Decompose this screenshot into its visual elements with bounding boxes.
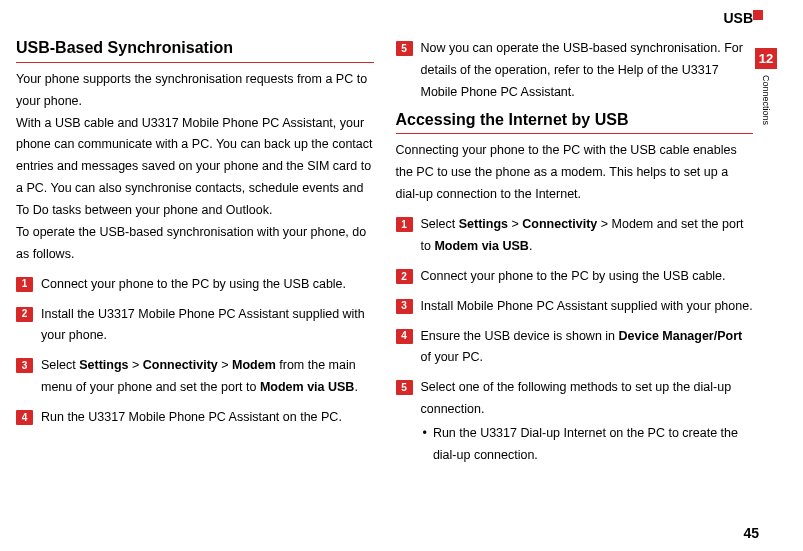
- step-number-badge: 5: [396, 380, 413, 395]
- step-item: 5 Now you can operate the USB-based sync…: [396, 38, 754, 104]
- step-number-badge: 2: [396, 269, 413, 284]
- step-item: 1 Connect your phone to the PC by using …: [16, 274, 374, 296]
- running-head: USB: [723, 10, 753, 26]
- step-text: Ensure the USB device is shown in Device…: [421, 326, 754, 370]
- step-item: 4 Ensure the USB device is shown in Devi…: [396, 326, 754, 370]
- body-text: To operate the USB-based synchronisation…: [16, 222, 374, 266]
- step-number-badge: 1: [396, 217, 413, 232]
- chapter-label: Connections: [761, 69, 771, 125]
- ui-path-bold: Connectivity: [143, 358, 218, 372]
- body-text: With a USB cable and U3317 Mobile Phone …: [16, 113, 374, 222]
- body-text: Your phone supports the synchronisation …: [16, 69, 374, 113]
- step-text: Connect your phone to the PC by using th…: [421, 266, 754, 288]
- text-run: Ensure the USB device is shown in: [421, 329, 619, 343]
- bullet-icon: •: [423, 423, 427, 467]
- step-item: 2 Install the U3317 Mobile Phone PC Assi…: [16, 304, 374, 348]
- section-title-internet: Accessing the Internet by USB: [396, 110, 754, 135]
- text-run: of your PC.: [421, 350, 484, 364]
- step-item: 3 Select Settings > Connectivity > Modem…: [16, 355, 374, 399]
- step-text: Select Settings > Connectivity > Modem f…: [41, 355, 374, 399]
- text-run: Select: [421, 217, 459, 231]
- sub-bullet-text: Run the U3317 Dial-up Internet on the PC…: [433, 423, 753, 467]
- content-columns: USB-Based Synchronisation Your phone sup…: [16, 38, 753, 467]
- step-item: 5 Select one of the following methods to…: [396, 377, 754, 467]
- body-text: Connecting your phone to the PC with the…: [396, 140, 754, 206]
- manual-page: USB 12 Connections USB-Based Synchronisa…: [0, 0, 803, 551]
- step-number-badge: 5: [396, 41, 413, 56]
- ui-path-bold: Modem via USB: [434, 239, 528, 253]
- step-number-badge: 4: [396, 329, 413, 344]
- text-run: >: [129, 358, 143, 372]
- chapter-number: 12: [755, 48, 777, 69]
- text-run: >: [218, 358, 232, 372]
- ui-path-bold: Modem via USB: [260, 380, 354, 394]
- ui-path-bold: Settings: [79, 358, 128, 372]
- header-accent-square: [753, 10, 763, 20]
- step-item: 1 Select Settings > Connectivity > Modem…: [396, 214, 754, 258]
- text-run: >: [508, 217, 522, 231]
- page-number: 45: [743, 525, 759, 541]
- step-number-badge: 4: [16, 410, 33, 425]
- step-text: Install the U3317 Mobile Phone PC Assist…: [41, 304, 374, 348]
- ui-path-bold: Connectivity: [522, 217, 597, 231]
- section-title-sync: USB-Based Synchronisation: [16, 38, 374, 63]
- step-number-badge: 3: [16, 358, 33, 373]
- text-run: Select one of the following methods to s…: [421, 380, 732, 416]
- left-column: USB-Based Synchronisation Your phone sup…: [16, 38, 374, 467]
- ui-path-bold: Device Manager/Port: [619, 329, 743, 343]
- step-item: 4 Run the U3317 Mobile Phone PC Assistan…: [16, 407, 374, 429]
- ui-path-bold: Settings: [459, 217, 508, 231]
- text-run: Select: [41, 358, 79, 372]
- chapter-tab: 12 Connections: [755, 48, 777, 136]
- text-run: .: [529, 239, 532, 253]
- step-item: 3 Install Mobile Phone PC Assistant supp…: [396, 296, 754, 318]
- text-run: .: [354, 380, 357, 394]
- step-number-badge: 3: [396, 299, 413, 314]
- step-text: Now you can operate the USB-based synchr…: [421, 38, 754, 104]
- step-text: Connect your phone to the PC by using th…: [41, 274, 374, 296]
- step-text: Select Settings > Connectivity > Modem a…: [421, 214, 754, 258]
- step-text: Select one of the following methods to s…: [421, 377, 754, 467]
- right-column: 5 Now you can operate the USB-based sync…: [396, 38, 754, 467]
- step-item: 2 Connect your phone to the PC by using …: [396, 266, 754, 288]
- step-number-badge: 2: [16, 307, 33, 322]
- sub-bullet-item: • Run the U3317 Dial-up Internet on the …: [421, 423, 754, 467]
- step-text: Run the U3317 Mobile Phone PC Assistant …: [41, 407, 374, 429]
- step-number-badge: 1: [16, 277, 33, 292]
- step-text: Install Mobile Phone PC Assistant suppli…: [421, 296, 754, 318]
- ui-path-bold: Modem: [232, 358, 276, 372]
